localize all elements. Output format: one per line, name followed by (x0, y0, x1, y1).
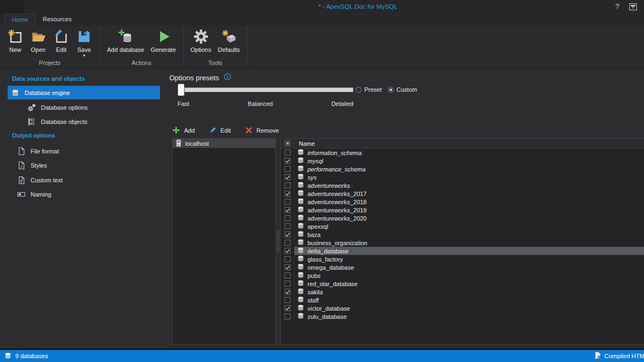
sidebar-item-file-format[interactable]: File format (17, 145, 59, 158)
sidebar-item-custom-text[interactable]: Custom text (17, 174, 63, 187)
table-row-sys[interactable]: sys (281, 173, 644, 181)
row-checkbox[interactable] (285, 215, 291, 221)
sidebar-header-data-sources-and-objects: Data sources and objects (12, 75, 85, 82)
table-row-baza[interactable]: baza (281, 230, 644, 239)
sidebar-item-database-engine[interactable]: Database engine (8, 86, 160, 99)
row-checkbox-cell (281, 263, 294, 271)
table-row-sakila[interactable]: sakila (281, 288, 644, 296)
row-checkbox[interactable] (285, 289, 291, 295)
row-name-cell: victor_database (294, 304, 644, 312)
table-row-glass-factory[interactable]: glass_factory (281, 255, 644, 263)
open-button[interactable]: Open (27, 27, 49, 54)
preset-slider-thumb[interactable] (178, 84, 185, 96)
row-checkbox[interactable] (285, 223, 291, 229)
remove-server-button[interactable]: Remove (245, 127, 279, 135)
row-checkbox-cell (281, 271, 294, 280)
sidebar-item-naming[interactable]: Naming (17, 188, 51, 201)
row-checkbox[interactable] (285, 232, 291, 238)
table-row-performance-schema[interactable]: performance_schema (281, 165, 644, 173)
row-checkbox[interactable] (285, 166, 291, 172)
custom-text-icon (17, 176, 26, 185)
table-row-adventureworks-2020[interactable]: adventureworks_2020 (281, 214, 644, 222)
panel-splitter[interactable] (276, 138, 280, 345)
name-column-header[interactable]: Name (294, 140, 315, 147)
database-count-status: 9 databases (4, 350, 48, 362)
sidebar: Data sources and objectsDatabase engineD… (0, 68, 167, 348)
table-row-staff[interactable]: staff (281, 296, 644, 304)
row-name-cell: business_organization (294, 239, 644, 247)
add-database-icon (117, 28, 134, 45)
table-row-omega-database[interactable]: omega_database (281, 263, 644, 271)
row-checkbox[interactable] (285, 272, 291, 278)
add-server-button[interactable]: Add (173, 127, 195, 135)
table-row-adventureworks-2017[interactable]: adventureworks_2017 (281, 189, 644, 198)
table-row-adventureworks-2019[interactable]: adventureworks_2019 (281, 206, 644, 214)
generate-button[interactable]: Generate (148, 27, 179, 54)
add-server-label: Add (184, 127, 195, 134)
table-row-business-organization[interactable]: business_organization (281, 239, 644, 247)
sidebar-item-styles[interactable]: AStyles (17, 159, 47, 172)
edit-server-button[interactable]: Edit (209, 127, 231, 135)
row-checkbox[interactable] (285, 150, 291, 156)
sidebar-item-database-objects[interactable]: Database objects (27, 115, 87, 128)
options-button[interactable]: Options (188, 27, 214, 54)
output-format-status: Compiled HTML (594, 350, 644, 362)
database-name-label: baza (308, 232, 321, 238)
tab-home[interactable]: Home (4, 14, 36, 26)
splitter-grip-icon (276, 230, 280, 253)
row-checkbox[interactable] (285, 191, 291, 197)
server-row-localhost[interactable]: localhost (173, 139, 275, 148)
database-count-label: 9 databases (15, 353, 48, 359)
row-checkbox[interactable] (285, 305, 291, 311)
app-icon-box[interactable] (0, 0, 23, 14)
row-checkbox[interactable] (285, 240, 291, 246)
tab-resources[interactable]: Resources (36, 14, 79, 26)
server-name-label: localhost (185, 140, 209, 147)
row-checkbox[interactable] (285, 158, 291, 164)
database-icon (297, 247, 304, 255)
defaults-button[interactable]: Defaults (215, 27, 243, 54)
row-checkbox[interactable] (285, 207, 291, 213)
row-checkbox[interactable] (285, 174, 291, 180)
row-checkbox[interactable] (285, 281, 291, 287)
sidebar-item-database-options[interactable]: Database options (27, 101, 88, 114)
save-button[interactable]: Save▼ (73, 27, 95, 58)
row-checkbox-cell (281, 288, 294, 296)
row-name-cell: information_schema (294, 149, 644, 157)
table-row-adventureworks-2018[interactable]: adventureworks_2018 (281, 198, 644, 206)
table-row-red-star-database[interactable]: red_star_database (281, 280, 644, 288)
radio-preset[interactable]: Preset (356, 86, 382, 93)
table-row-apexsql[interactable]: apexsql (281, 222, 644, 230)
info-icon[interactable] (224, 73, 231, 82)
row-name-cell: delta_database (294, 247, 644, 255)
window-panel-icon[interactable] (629, 3, 637, 10)
edit-button[interactable]: Edit (50, 27, 72, 54)
row-checkbox[interactable] (285, 248, 291, 254)
database-name-label: victor_database (308, 305, 350, 312)
server-list-toolbar: Add Edit Remove (173, 124, 279, 137)
select-all-checkbox[interactable] (285, 140, 291, 146)
help-button[interactable]: ? (613, 2, 621, 10)
new-button[interactable]: New (4, 27, 26, 54)
row-checkbox[interactable] (285, 264, 291, 270)
save-dropdown-arrow-icon[interactable]: ▼ (82, 54, 86, 57)
add-database-button[interactable]: Add database (104, 27, 147, 54)
table-row-pubs[interactable]: pubs (281, 271, 644, 280)
row-checkbox[interactable] (285, 199, 291, 205)
row-checkbox[interactable] (285, 313, 291, 319)
row-checkbox-cell (281, 230, 294, 239)
row-checkbox[interactable] (285, 256, 291, 262)
row-name-cell: staff (294, 296, 644, 304)
row-name-cell: glass_factory (294, 255, 644, 263)
table-row-adventureworks[interactable]: adventureworks (281, 181, 644, 189)
table-row-delta-database[interactable]: delta_database (281, 247, 644, 255)
table-row-mysql[interactable]: mysql (281, 157, 644, 165)
radio-custom[interactable]: Custom (388, 86, 417, 93)
table-row-information-schema[interactable]: information_schema (281, 149, 644, 157)
row-checkbox[interactable] (285, 297, 291, 303)
table-row-victor-database[interactable]: victor_database (281, 304, 644, 312)
database-icon (297, 263, 304, 271)
row-checkbox[interactable] (285, 182, 291, 188)
table-row-zulu-database[interactable]: zulu_database (281, 312, 644, 321)
preset-slider-track[interactable] (178, 87, 353, 92)
